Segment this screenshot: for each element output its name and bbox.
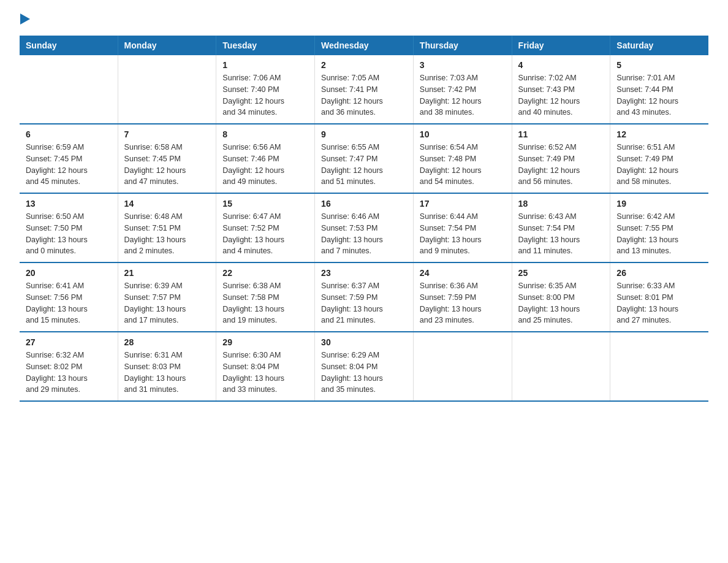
calendar-cell: 12Sunrise: 6:51 AM Sunset: 7:49 PM Dayli… bbox=[610, 124, 708, 193]
calendar-cell: 2Sunrise: 7:05 AM Sunset: 7:41 PM Daylig… bbox=[315, 55, 414, 124]
calendar-week-row: 20Sunrise: 6:41 AM Sunset: 7:56 PM Dayli… bbox=[20, 262, 708, 332]
day-info: Sunrise: 6:38 AM Sunset: 7:58 PM Dayligh… bbox=[222, 280, 308, 326]
day-info: Sunrise: 7:05 AM Sunset: 7:41 PM Dayligh… bbox=[321, 72, 407, 118]
calendar-cell: 22Sunrise: 6:38 AM Sunset: 7:58 PM Dayli… bbox=[216, 262, 315, 332]
day-number: 25 bbox=[518, 268, 604, 278]
calendar-cell: 29Sunrise: 6:30 AM Sunset: 8:04 PM Dayli… bbox=[216, 332, 315, 401]
day-info: Sunrise: 6:29 AM Sunset: 8:04 PM Dayligh… bbox=[321, 350, 407, 396]
calendar-cell: 13Sunrise: 6:50 AM Sunset: 7:50 PM Dayli… bbox=[20, 193, 118, 262]
day-info: Sunrise: 6:35 AM Sunset: 8:00 PM Dayligh… bbox=[518, 280, 604, 326]
calendar-cell: 24Sunrise: 6:36 AM Sunset: 7:59 PM Dayli… bbox=[413, 262, 512, 332]
day-number: 28 bbox=[124, 337, 210, 347]
day-number: 23 bbox=[321, 268, 407, 278]
calendar-cell: 21Sunrise: 6:39 AM Sunset: 7:57 PM Dayli… bbox=[118, 262, 216, 332]
day-number: 26 bbox=[616, 268, 702, 278]
day-info: Sunrise: 6:56 AM Sunset: 7:46 PM Dayligh… bbox=[222, 142, 308, 188]
day-number: 24 bbox=[420, 268, 506, 278]
day-info: Sunrise: 6:46 AM Sunset: 7:53 PM Dayligh… bbox=[321, 211, 407, 257]
calendar-cell: 11Sunrise: 6:52 AM Sunset: 7:49 PM Dayli… bbox=[512, 124, 610, 193]
weekday-header-monday: Monday bbox=[118, 36, 216, 55]
calendar-cell bbox=[413, 332, 512, 401]
day-number: 30 bbox=[321, 337, 407, 347]
calendar-cell: 17Sunrise: 6:44 AM Sunset: 7:54 PM Dayli… bbox=[413, 193, 512, 262]
weekday-header-sunday: Sunday bbox=[20, 36, 118, 55]
day-info: Sunrise: 6:32 AM Sunset: 8:02 PM Dayligh… bbox=[26, 350, 112, 396]
logo bbox=[20, 15, 30, 25]
day-number: 22 bbox=[222, 268, 308, 278]
day-number: 2 bbox=[321, 60, 407, 70]
weekday-header-thursday: Thursday bbox=[413, 36, 512, 55]
day-info: Sunrise: 6:55 AM Sunset: 7:47 PM Dayligh… bbox=[321, 142, 407, 188]
calendar-cell: 8Sunrise: 6:56 AM Sunset: 7:46 PM Daylig… bbox=[216, 124, 315, 193]
day-info: Sunrise: 6:44 AM Sunset: 7:54 PM Dayligh… bbox=[420, 211, 506, 257]
calendar-week-row: 13Sunrise: 6:50 AM Sunset: 7:50 PM Dayli… bbox=[20, 193, 708, 262]
day-number: 3 bbox=[420, 60, 506, 70]
calendar-week-row: 27Sunrise: 6:32 AM Sunset: 8:02 PM Dayli… bbox=[20, 332, 708, 401]
calendar-cell: 3Sunrise: 7:03 AM Sunset: 7:42 PM Daylig… bbox=[413, 55, 512, 124]
calendar-cell: 25Sunrise: 6:35 AM Sunset: 8:00 PM Dayli… bbox=[512, 262, 610, 332]
day-info: Sunrise: 6:59 AM Sunset: 7:45 PM Dayligh… bbox=[26, 142, 112, 188]
weekday-header-saturday: Saturday bbox=[610, 36, 708, 55]
day-info: Sunrise: 6:48 AM Sunset: 7:51 PM Dayligh… bbox=[124, 211, 210, 257]
day-number: 17 bbox=[420, 199, 506, 209]
day-info: Sunrise: 6:37 AM Sunset: 7:59 PM Dayligh… bbox=[321, 280, 407, 326]
calendar-cell bbox=[610, 332, 708, 401]
calendar-cell bbox=[512, 332, 610, 401]
page-header bbox=[20, 15, 708, 25]
calendar-cell: 1Sunrise: 7:06 AM Sunset: 7:40 PM Daylig… bbox=[216, 55, 315, 124]
calendar-week-row: 6Sunrise: 6:59 AM Sunset: 7:45 PM Daylig… bbox=[20, 124, 708, 193]
calendar-cell: 7Sunrise: 6:58 AM Sunset: 7:45 PM Daylig… bbox=[118, 124, 216, 193]
calendar-cell: 23Sunrise: 6:37 AM Sunset: 7:59 PM Dayli… bbox=[315, 262, 414, 332]
weekday-header-wednesday: Wednesday bbox=[315, 36, 414, 55]
day-number: 8 bbox=[222, 129, 308, 139]
calendar-cell: 27Sunrise: 6:32 AM Sunset: 8:02 PM Dayli… bbox=[20, 332, 118, 401]
calendar-cell: 30Sunrise: 6:29 AM Sunset: 8:04 PM Dayli… bbox=[315, 332, 414, 401]
weekday-header-tuesday: Tuesday bbox=[216, 36, 315, 55]
calendar-cell: 14Sunrise: 6:48 AM Sunset: 7:51 PM Dayli… bbox=[118, 193, 216, 262]
day-number: 16 bbox=[321, 199, 407, 209]
calendar-table: SundayMondayTuesdayWednesdayThursdayFrid… bbox=[20, 36, 708, 402]
day-info: Sunrise: 7:06 AM Sunset: 7:40 PM Dayligh… bbox=[222, 72, 308, 118]
calendar-cell: 9Sunrise: 6:55 AM Sunset: 7:47 PM Daylig… bbox=[315, 124, 414, 193]
calendar-cell: 4Sunrise: 7:02 AM Sunset: 7:43 PM Daylig… bbox=[512, 55, 610, 124]
day-number: 27 bbox=[26, 337, 112, 347]
day-number: 5 bbox=[616, 60, 702, 70]
day-number: 12 bbox=[616, 129, 702, 139]
day-info: Sunrise: 6:36 AM Sunset: 7:59 PM Dayligh… bbox=[420, 280, 506, 326]
day-info: Sunrise: 6:54 AM Sunset: 7:48 PM Dayligh… bbox=[420, 142, 506, 188]
day-info: Sunrise: 6:30 AM Sunset: 8:04 PM Dayligh… bbox=[222, 350, 308, 396]
day-number: 7 bbox=[124, 129, 210, 139]
calendar-cell bbox=[20, 55, 118, 124]
calendar-cell: 19Sunrise: 6:42 AM Sunset: 7:55 PM Dayli… bbox=[610, 193, 708, 262]
day-number: 9 bbox=[321, 129, 407, 139]
calendar-cell: 10Sunrise: 6:54 AM Sunset: 7:48 PM Dayli… bbox=[413, 124, 512, 193]
day-number: 18 bbox=[518, 199, 604, 209]
calendar-cell: 6Sunrise: 6:59 AM Sunset: 7:45 PM Daylig… bbox=[20, 124, 118, 193]
weekday-header-friday: Friday bbox=[512, 36, 610, 55]
day-info: Sunrise: 6:33 AM Sunset: 8:01 PM Dayligh… bbox=[616, 280, 702, 326]
day-info: Sunrise: 6:58 AM Sunset: 7:45 PM Dayligh… bbox=[124, 142, 210, 188]
calendar-cell: 16Sunrise: 6:46 AM Sunset: 7:53 PM Dayli… bbox=[315, 193, 414, 262]
day-number: 19 bbox=[616, 199, 702, 209]
day-number: 10 bbox=[420, 129, 506, 139]
calendar-week-row: 1Sunrise: 7:06 AM Sunset: 7:40 PM Daylig… bbox=[20, 55, 708, 124]
day-number: 20 bbox=[26, 268, 112, 278]
day-number: 21 bbox=[124, 268, 210, 278]
calendar-cell bbox=[118, 55, 216, 124]
day-number: 14 bbox=[124, 199, 210, 209]
day-info: Sunrise: 7:01 AM Sunset: 7:44 PM Dayligh… bbox=[616, 72, 702, 118]
day-number: 11 bbox=[518, 129, 604, 139]
calendar-cell: 18Sunrise: 6:43 AM Sunset: 7:54 PM Dayli… bbox=[512, 193, 610, 262]
day-info: Sunrise: 6:52 AM Sunset: 7:49 PM Dayligh… bbox=[518, 142, 604, 188]
calendar-cell: 15Sunrise: 6:47 AM Sunset: 7:52 PM Dayli… bbox=[216, 193, 315, 262]
day-number: 4 bbox=[518, 60, 604, 70]
day-info: Sunrise: 7:02 AM Sunset: 7:43 PM Dayligh… bbox=[518, 72, 604, 118]
day-info: Sunrise: 6:31 AM Sunset: 8:03 PM Dayligh… bbox=[124, 350, 210, 396]
day-number: 15 bbox=[222, 199, 308, 209]
calendar-cell: 28Sunrise: 6:31 AM Sunset: 8:03 PM Dayli… bbox=[118, 332, 216, 401]
calendar-header-row: SundayMondayTuesdayWednesdayThursdayFrid… bbox=[20, 36, 708, 55]
calendar-cell: 5Sunrise: 7:01 AM Sunset: 7:44 PM Daylig… bbox=[610, 55, 708, 124]
day-info: Sunrise: 6:47 AM Sunset: 7:52 PM Dayligh… bbox=[222, 211, 308, 257]
day-number: 1 bbox=[222, 60, 308, 70]
day-number: 13 bbox=[26, 199, 112, 209]
